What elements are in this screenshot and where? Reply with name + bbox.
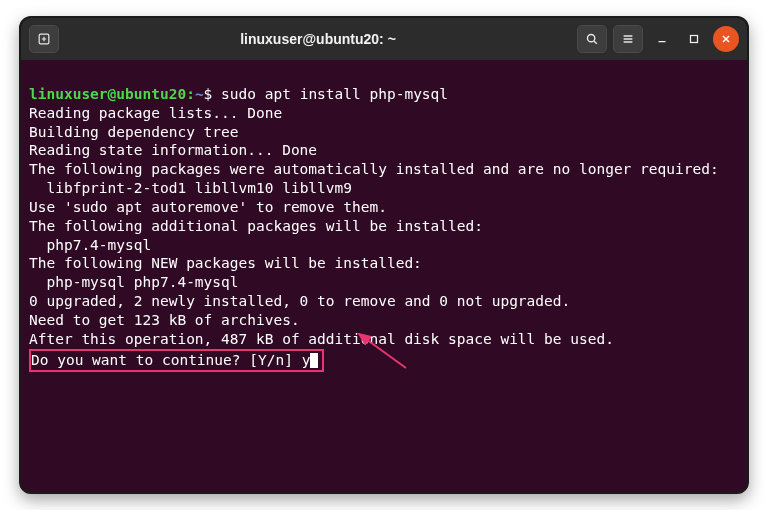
menu-icon xyxy=(621,32,635,46)
window-title: linuxuser@ubuntu20: ~ xyxy=(67,31,569,47)
terminal-body[interactable]: linuxuser@ubuntu20:~$ sudo apt install p… xyxy=(21,60,747,492)
cursor xyxy=(310,353,318,368)
titlebar-left xyxy=(29,25,59,53)
user-response: y xyxy=(302,352,311,368)
terminal-window: linuxuser@ubuntu20: ~ xyxy=(19,16,749,494)
output-line: 0 upgraded, 2 newly installed, 0 to remo… xyxy=(29,293,570,309)
output-line: Use 'sudo apt autoremove' to remove them… xyxy=(29,199,387,215)
minimize-icon xyxy=(655,32,669,46)
svg-rect-9 xyxy=(691,36,698,43)
hamburger-menu-button[interactable] xyxy=(613,25,643,53)
command-text: sudo apt install php-mysql xyxy=(221,86,448,102)
svg-line-4 xyxy=(594,41,597,44)
prompt-path: ~ xyxy=(195,86,204,102)
close-icon xyxy=(719,32,733,46)
output-line: The following NEW packages will be insta… xyxy=(29,255,422,271)
svg-point-3 xyxy=(587,34,594,41)
output-line: libfprint-2-tod1 libllvm10 libllvm9 xyxy=(29,180,352,196)
titlebar: linuxuser@ubuntu20: ~ xyxy=(21,18,747,60)
minimize-button[interactable] xyxy=(649,26,675,52)
prompt-sep: : xyxy=(186,86,195,102)
continue-prompt: Do you want to continue? [Y/n] xyxy=(31,352,302,368)
output-line: After this operation, 487 kB of addition… xyxy=(29,331,614,347)
search-icon xyxy=(585,32,599,46)
output-line: The following packages were automaticall… xyxy=(29,161,719,177)
search-button[interactable] xyxy=(577,25,607,53)
output-line: The following additional packages will b… xyxy=(29,218,483,234)
highlighted-prompt: Do you want to continue? [Y/n] y xyxy=(29,349,324,372)
output-line: php-mysql php7.4-mysql xyxy=(29,274,239,290)
prompt-user-host: linuxuser@ubuntu20 xyxy=(29,86,186,102)
prompt-symbol: $ xyxy=(204,86,213,102)
output-line: Building dependency tree xyxy=(29,124,239,140)
output-line: Reading state information... Done xyxy=(29,142,317,158)
output-line: Need to get 123 kB of archives. xyxy=(29,312,300,328)
output-line: Reading package lists... Done xyxy=(29,105,282,121)
close-button[interactable] xyxy=(713,26,739,52)
titlebar-right xyxy=(577,25,739,53)
output-line: php7.4-mysql xyxy=(29,237,151,253)
maximize-button[interactable] xyxy=(681,26,707,52)
new-tab-icon xyxy=(37,32,51,46)
maximize-icon xyxy=(687,32,701,46)
new-tab-button[interactable] xyxy=(29,25,59,53)
